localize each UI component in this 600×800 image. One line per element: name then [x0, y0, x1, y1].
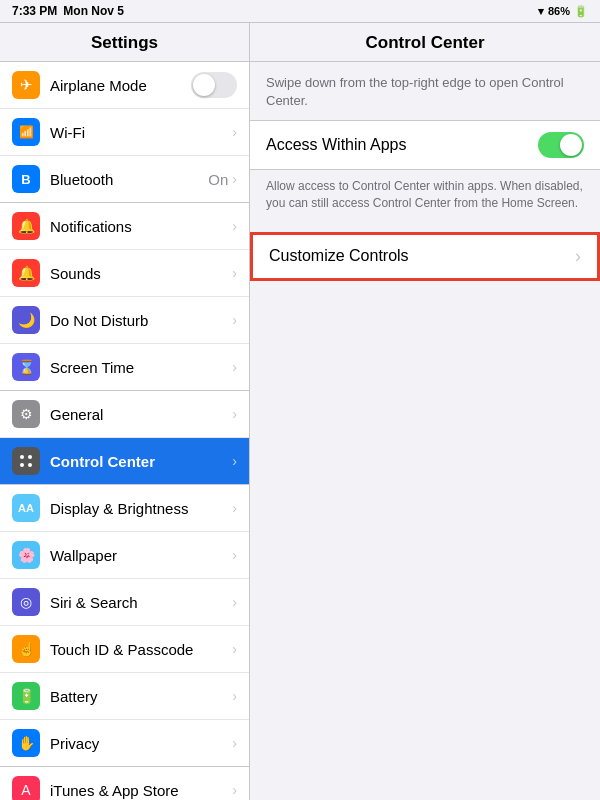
notifications-chevron: ›	[232, 218, 237, 234]
sidebar-section-5: A iTunes & App Store ›	[0, 767, 249, 800]
sounds-icon: 🔔	[12, 259, 40, 287]
access-description-text: Allow access to Control Center within ap…	[250, 172, 600, 224]
notifications-icon: 🔔	[12, 212, 40, 240]
display-icon: AA	[12, 494, 40, 522]
sidebar-item-bluetooth[interactable]: B Bluetooth On ›	[0, 156, 249, 202]
customize-controls-row[interactable]: Customize Controls ›	[250, 232, 600, 281]
sidebar-item-touchid[interactable]: ☝ Touch ID & Passcode ›	[0, 626, 249, 673]
sidebar-item-airplane[interactable]: ✈ Airplane Mode	[0, 62, 249, 109]
sidebar-item-privacy[interactable]: ✋ Privacy ›	[0, 720, 249, 766]
itunes-chevron: ›	[232, 782, 237, 798]
panel-body: Swipe down from the top-right edge to op…	[250, 62, 600, 281]
screentime-chevron: ›	[232, 359, 237, 375]
sidebar-section-2: 🔔 Notifications › 🔔 Sounds › 🌙 Do Not Di…	[0, 203, 249, 391]
svg-point-0	[20, 455, 24, 459]
wifi-chevron: ›	[232, 124, 237, 140]
svg-point-1	[28, 455, 32, 459]
bluetooth-value: On	[208, 171, 228, 188]
sidebar: Settings ✈ Airplane Mode 📶 Wi-Fi › B Blu…	[0, 23, 250, 800]
screentime-icon: ⌛	[12, 353, 40, 381]
donotdisturb-chevron: ›	[232, 312, 237, 328]
airplane-label: Airplane Mode	[50, 77, 191, 94]
privacy-label: Privacy	[50, 735, 232, 752]
access-within-apps-toggle[interactable]	[538, 132, 584, 158]
touchid-label: Touch ID & Passcode	[50, 641, 232, 658]
right-panel: Control Center Swipe down from the top-r…	[250, 23, 600, 800]
access-within-apps-row[interactable]: Access Within Apps	[250, 121, 600, 169]
sidebar-section-3: ⚙ General › Control Center ›	[0, 391, 249, 485]
bluetooth-label: Bluetooth	[50, 171, 208, 188]
siri-chevron: ›	[232, 594, 237, 610]
access-within-apps-section: Access Within Apps	[250, 120, 600, 170]
controlcenter-icon	[12, 447, 40, 475]
status-time: 7:33 PM	[12, 4, 57, 18]
privacy-chevron: ›	[232, 735, 237, 751]
battery-icon: 🔋	[12, 682, 40, 710]
sidebar-item-wifi[interactable]: 📶 Wi-Fi ›	[0, 109, 249, 156]
main-layout: Settings ✈ Airplane Mode 📶 Wi-Fi › B Blu…	[0, 22, 600, 800]
airplane-toggle[interactable]	[191, 72, 237, 98]
panel-intro-text: Swipe down from the top-right edge to op…	[250, 62, 600, 120]
wallpaper-label: Wallpaper	[50, 547, 232, 564]
status-bar: 7:33 PM Mon Nov 5 ▾ 86% 🔋	[0, 0, 600, 22]
controlcenter-label: Control Center	[50, 453, 232, 470]
bluetooth-icon: B	[12, 165, 40, 193]
sidebar-section-4: AA Display & Brightness › 🌸 Wallpaper › …	[0, 485, 249, 767]
siri-label: Siri & Search	[50, 594, 232, 611]
wallpaper-icon: 🌸	[12, 541, 40, 569]
itunes-label: iTunes & App Store	[50, 782, 232, 799]
sounds-chevron: ›	[232, 265, 237, 281]
battery-level: 86%	[548, 5, 570, 17]
battery-chevron: ›	[232, 688, 237, 704]
general-icon: ⚙	[12, 400, 40, 428]
battery-label: Battery	[50, 688, 232, 705]
bluetooth-chevron: ›	[232, 171, 237, 187]
wifi-label: Wi-Fi	[50, 124, 232, 141]
display-label: Display & Brightness	[50, 500, 232, 517]
siri-icon: ◎	[12, 588, 40, 616]
sidebar-title: Settings	[0, 23, 249, 62]
sidebar-section-1: ✈ Airplane Mode 📶 Wi-Fi › B Bluetooth On…	[0, 62, 249, 203]
display-chevron: ›	[232, 500, 237, 516]
sidebar-item-display[interactable]: AA Display & Brightness ›	[0, 485, 249, 532]
sidebar-item-general[interactable]: ⚙ General ›	[0, 391, 249, 438]
sidebar-item-itunes[interactable]: A iTunes & App Store ›	[0, 767, 249, 800]
sidebar-item-donotdisturb[interactable]: 🌙 Do Not Disturb ›	[0, 297, 249, 344]
screentime-label: Screen Time	[50, 359, 232, 376]
customize-chevron: ›	[575, 246, 581, 267]
touchid-chevron: ›	[232, 641, 237, 657]
airplane-icon: ✈	[12, 71, 40, 99]
access-within-apps-label: Access Within Apps	[266, 136, 538, 154]
privacy-icon: ✋	[12, 729, 40, 757]
general-chevron: ›	[232, 406, 237, 422]
wifi-icon: ▾	[538, 5, 544, 18]
controlcenter-chevron: ›	[232, 453, 237, 469]
sidebar-item-notifications[interactable]: 🔔 Notifications ›	[0, 203, 249, 250]
svg-point-2	[20, 463, 24, 467]
sidebar-item-screentime[interactable]: ⌛ Screen Time ›	[0, 344, 249, 390]
sidebar-item-siri[interactable]: ◎ Siri & Search ›	[0, 579, 249, 626]
notifications-label: Notifications	[50, 218, 232, 235]
sidebar-item-wallpaper[interactable]: 🌸 Wallpaper ›	[0, 532, 249, 579]
sidebar-item-sounds[interactable]: 🔔 Sounds ›	[0, 250, 249, 297]
status-day: Mon Nov 5	[63, 4, 124, 18]
donotdisturb-label: Do Not Disturb	[50, 312, 232, 329]
svg-point-3	[28, 463, 32, 467]
sidebar-item-battery[interactable]: 🔋 Battery ›	[0, 673, 249, 720]
general-label: General	[50, 406, 232, 423]
wifi-icon: 📶	[12, 118, 40, 146]
sidebar-item-controlcenter[interactable]: Control Center ›	[0, 438, 249, 484]
customize-controls-label: Customize Controls	[269, 247, 575, 265]
wallpaper-chevron: ›	[232, 547, 237, 563]
battery-icon: 🔋	[574, 5, 588, 18]
donotdisturb-icon: 🌙	[12, 306, 40, 334]
itunes-icon: A	[12, 776, 40, 800]
sounds-label: Sounds	[50, 265, 232, 282]
touchid-icon: ☝	[12, 635, 40, 663]
panel-title: Control Center	[250, 23, 600, 62]
